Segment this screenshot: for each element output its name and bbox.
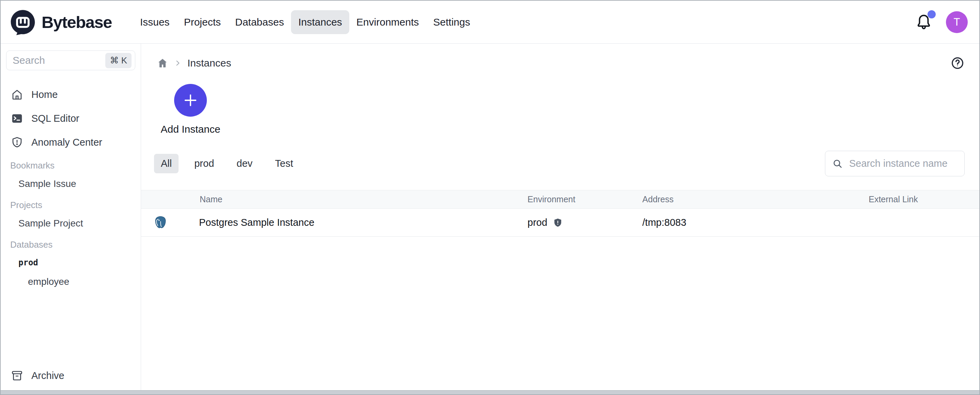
app-body: ⌘ K Home	[1, 44, 979, 390]
sidebar-item-label: Archive	[31, 370, 64, 381]
instance-search-box[interactable]	[825, 151, 965, 176]
nav-item-projects[interactable]: Projects	[177, 10, 228, 34]
main-content: Instances Add Instance	[141, 44, 979, 390]
window-bottom-chrome	[1, 390, 979, 394]
brand-name: Bytebase	[41, 13, 112, 32]
instances-table-header: Name Environment Address External Link	[141, 190, 979, 209]
help-icon[interactable]	[951, 56, 964, 70]
notification-bell-icon[interactable]	[915, 13, 932, 31]
bytebase-logo-icon	[10, 8, 36, 36]
add-instance-button[interactable]: Add Instance	[159, 84, 222, 135]
app-window: Bytebase Issues Projects Databases Insta…	[0, 0, 980, 395]
sidebar-bookmark-sample-issue[interactable]: Sample Issue	[1, 174, 141, 194]
column-header-address: Address	[642, 194, 869, 204]
nav-item-instances[interactable]: Instances	[291, 10, 349, 34]
add-instance-label: Add Instance	[161, 123, 220, 135]
home-icon	[11, 88, 23, 101]
nav-right-cluster: T	[915, 11, 968, 33]
sidebar-search[interactable]: ⌘ K	[6, 51, 135, 70]
breadcrumb: Instances	[141, 53, 979, 73]
search-icon	[832, 158, 843, 169]
sidebar-item-label: Anomaly Center	[31, 137, 102, 148]
archive-icon	[11, 369, 23, 382]
postgresql-icon	[153, 215, 168, 230]
environment-protected-shield-icon	[553, 217, 563, 228]
terminal-icon	[11, 112, 23, 125]
sidebar-item-anomaly-center[interactable]: Anomaly Center	[1, 130, 141, 154]
sidebar-item-home[interactable]: Home	[1, 83, 141, 106]
sidebar-nav: Home SQL Editor	[1, 83, 141, 154]
sidebar-item-label: Home	[31, 89, 57, 100]
shield-alert-icon	[11, 136, 23, 149]
instance-row-postgres-sample[interactable]: Postgres Sample Instance prod /tmp:8	[141, 209, 979, 237]
sidebar-bottom: Archive	[1, 364, 141, 390]
sidebar-item-label: SQL Editor	[31, 113, 80, 124]
nav-item-settings[interactable]: Settings	[426, 10, 477, 34]
sidebar-section-projects: Projects	[1, 197, 141, 214]
sidebar-section-bookmarks: Bookmarks	[1, 157, 141, 174]
column-header-external-link: External Link	[869, 194, 979, 204]
instance-address: /tmp:8083	[642, 217, 869, 228]
chevron-right-icon	[175, 60, 181, 67]
instance-environment-cell: prod	[528, 217, 642, 228]
nav-item-databases[interactable]: Databases	[228, 10, 291, 34]
search-shortcut-badge: ⌘ K	[105, 53, 132, 68]
tab-all[interactable]: All	[154, 154, 178, 173]
environment-filter-row: All prod dev Test	[141, 151, 979, 176]
nav-item-environments[interactable]: Environments	[349, 10, 426, 34]
instance-name: Postgres Sample Instance	[199, 217, 315, 228]
tab-prod[interactable]: prod	[188, 154, 221, 173]
breadcrumb-home-icon[interactable]	[157, 57, 168, 69]
instances-table: Name Environment Address External Link	[141, 190, 979, 237]
instance-environment: prod	[528, 217, 547, 228]
tab-test[interactable]: Test	[268, 154, 300, 173]
sidebar-section-databases: Databases	[1, 236, 141, 253]
sidebar-item-sql-editor[interactable]: SQL Editor	[1, 106, 141, 130]
sidebar-item-archive[interactable]: Archive	[1, 364, 141, 387]
instance-name-cell: Postgres Sample Instance	[141, 215, 528, 230]
sidebar-database-employee[interactable]: employee	[1, 272, 141, 291]
tab-dev[interactable]: dev	[230, 154, 259, 173]
sidebar-search-input[interactable]	[13, 54, 105, 66]
brand-logo[interactable]: Bytebase	[10, 8, 112, 36]
user-avatar[interactable]: T	[946, 11, 968, 33]
nav-item-issues[interactable]: Issues	[133, 10, 177, 34]
column-header-name: Name	[141, 194, 528, 204]
main-nav-menu: Issues Projects Databases Instances Envi…	[133, 10, 477, 34]
sidebar-database-env-prod[interactable]: prod	[1, 253, 141, 272]
sidebar-project-sample-project[interactable]: Sample Project	[1, 214, 141, 233]
sidebar: ⌘ K Home	[1, 44, 141, 390]
plus-icon[interactable]	[174, 84, 207, 117]
column-header-environment: Environment	[528, 194, 642, 204]
instance-search-input[interactable]	[849, 158, 958, 169]
top-navigation-bar: Bytebase Issues Projects Databases Insta…	[1, 1, 979, 44]
notification-dot	[928, 10, 936, 18]
breadcrumb-current: Instances	[188, 57, 231, 69]
